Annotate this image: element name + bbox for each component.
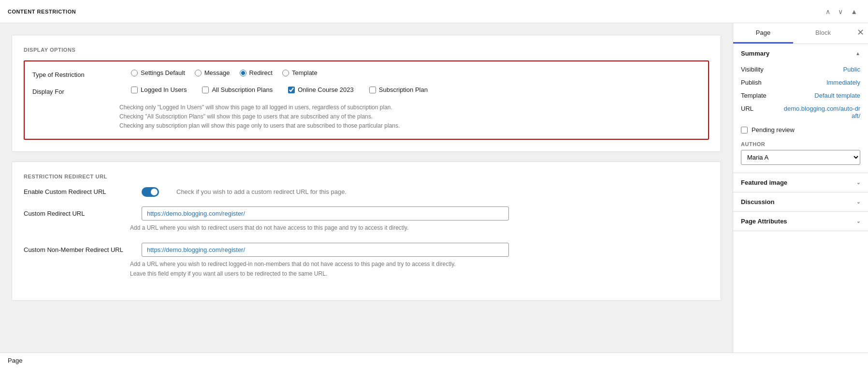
featured-image-label: Featured image <box>741 179 787 186</box>
publish-row: Publish Immediately <box>741 76 860 89</box>
enable-custom-toggle[interactable] <box>142 187 159 197</box>
hint-line-1: Checking only "Logged In Users" will sho… <box>119 103 700 112</box>
discussion-label: Discussion <box>741 198 774 206</box>
radio-redirect-label: Redirect <box>249 69 273 76</box>
layout: DISPLAY OPTIONS Type of Restriction Sett… <box>0 23 868 353</box>
custom-redirect-input[interactable] <box>142 206 509 221</box>
page-attributes-label: Page Attributes <box>741 218 787 225</box>
display-options-label: DISPLAY OPTIONS <box>24 47 709 53</box>
display-for-row: Display For Logged In Users All Subscrip… <box>32 86 700 95</box>
radio-redirect[interactable]: Redirect <box>240 69 273 76</box>
radio-template-label: Template <box>292 69 318 76</box>
radio-message-input[interactable] <box>195 70 202 76</box>
main-content: DISPLAY OPTIONS Type of Restriction Sett… <box>0 23 733 353</box>
page-attributes-section: Page Attributes ⌄ <box>733 212 868 231</box>
move-down-button[interactable]: ∨ <box>835 6 846 17</box>
page-attributes-chevron-icon: ⌄ <box>856 219 860 224</box>
pending-review-row: Pending review <box>741 122 860 137</box>
radio-template-input[interactable] <box>282 70 289 76</box>
checkbox-online-course-label: Online Course 2023 <box>298 86 354 93</box>
summary-section-body: Visibility Public Publish Immediately Te… <box>733 63 868 173</box>
template-value[interactable]: Default template <box>814 92 860 99</box>
custom-redirect-label: Custom Redirect URL <box>24 210 130 217</box>
radio-redirect-input[interactable] <box>240 70 246 76</box>
checkbox-all-plans-input[interactable] <box>202 87 209 93</box>
url-value[interactable]: demo.blogging.com/auto-draft/ <box>783 105 860 119</box>
discussion-section: Discussion ⌄ <box>733 192 868 212</box>
bottom-bar-label: Page <box>8 357 22 364</box>
type-of-restriction-label: Type of Restriction <box>32 69 119 78</box>
redirect-card: RESTRICTION REDIRECT URL Enable Custom R… <box>12 162 721 301</box>
custom-redirect-hint: Add a URL where you wish to redirect use… <box>130 224 709 231</box>
top-bar: CONTENT RESTRICTION ∧ ∨ ▲ <box>0 0 868 23</box>
display-for-label: Display For <box>32 86 119 95</box>
radio-settings-default[interactable]: Settings Default <box>131 69 185 76</box>
move-up-button[interactable]: ∧ <box>823 6 833 17</box>
redirect-section-label: RESTRICTION REDIRECT URL <box>24 174 709 179</box>
custom-nonmember-block: Custom Non-Member Redirect URL Add a URL… <box>24 243 709 277</box>
author-select[interactable]: Maria A <box>741 150 860 165</box>
enable-custom-hint: Check if you wish to add a custom redire… <box>176 188 347 195</box>
summary-label: Summary <box>741 50 769 57</box>
custom-nonmember-row: Custom Non-Member Redirect URL <box>24 243 709 257</box>
custom-nonmember-hint-1: Add a URL where you wish to redirect log… <box>130 261 709 267</box>
featured-image-header[interactable]: Featured image ⌄ <box>733 173 868 192</box>
hint-line-3: Checking any subscription plan will show… <box>119 121 700 131</box>
summary-chevron-icon: ▲ <box>855 51 860 56</box>
visibility-row: Visibility Public <box>741 63 860 76</box>
checkbox-online-course[interactable]: Online Course 2023 <box>288 86 354 93</box>
top-bar-controls: ∧ ∨ ▲ <box>823 6 860 17</box>
radio-message-label: Message <box>204 69 230 76</box>
publish-value[interactable]: Immediately <box>826 79 860 86</box>
type-of-restriction-row: Type of Restriction Settings Default Mes… <box>32 69 700 78</box>
featured-image-chevron-icon: ⌄ <box>856 180 860 185</box>
sidebar-tabs: Page Block ✕ <box>733 23 868 44</box>
sidebar: Page Block ✕ Summary ▲ Visibility Public… <box>733 23 868 353</box>
restriction-box: Type of Restriction Settings Default Mes… <box>24 60 709 140</box>
pending-review-checkbox[interactable] <box>741 127 748 133</box>
summary-section: Summary ▲ Visibility Public Publish Imme… <box>733 44 868 173</box>
radio-template[interactable]: Template <box>282 69 318 76</box>
checkbox-online-course-input[interactable] <box>288 87 295 93</box>
restriction-type-radio-group: Settings Default Message Redirect T <box>131 69 318 76</box>
pending-review-label: Pending review <box>752 126 795 133</box>
bottom-bar: Page <box>0 353 868 368</box>
custom-nonmember-input-wrap <box>142 243 509 257</box>
checkbox-subscription-plan-label: Subscription Plan <box>379 86 428 93</box>
enable-custom-row: Enable Custom Redirect URL Check if you … <box>24 187 709 197</box>
checkbox-logged-in-input[interactable] <box>131 87 138 93</box>
hint-text: Checking only "Logged In Users" will sho… <box>119 103 700 131</box>
radio-message[interactable]: Message <box>195 69 230 76</box>
top-bar-title: CONTENT RESTRICTION <box>8 9 823 15</box>
checkbox-subscription-plan-input[interactable] <box>369 87 376 93</box>
page-attributes-header[interactable]: Page Attributes ⌄ <box>733 212 868 231</box>
checkbox-subscription-plan[interactable]: Subscription Plan <box>369 86 428 93</box>
visibility-label: Visibility <box>741 66 764 73</box>
discussion-header[interactable]: Discussion ⌄ <box>733 192 868 211</box>
checkbox-all-plans[interactable]: All Subscription Plans <box>202 86 273 93</box>
visibility-value[interactable]: Public <box>843 66 860 73</box>
radio-settings-default-label: Settings Default <box>141 69 185 76</box>
url-label: URL <box>741 105 753 112</box>
hint-line-2: Checking "All Subscription Plans" will s… <box>119 112 700 121</box>
radio-settings-default-input[interactable] <box>131 70 138 76</box>
discussion-chevron-icon: ⌄ <box>856 199 860 205</box>
drag-handle-button[interactable]: ▲ <box>848 6 860 17</box>
tab-block[interactable]: Block <box>793 23 853 44</box>
custom-nonmember-input[interactable] <box>142 243 509 257</box>
enable-custom-label: Enable Custom Redirect URL <box>24 188 130 195</box>
template-row: Template Default template <box>741 89 860 102</box>
tab-page[interactable]: Page <box>733 23 793 44</box>
display-options-card: DISPLAY OPTIONS Type of Restriction Sett… <box>12 35 721 152</box>
custom-redirect-row: Custom Redirect URL <box>24 206 709 221</box>
publish-label: Publish <box>741 79 762 86</box>
custom-nonmember-hint-2: Leave this field empty if you want all u… <box>130 270 709 277</box>
toggle-slider <box>142 187 159 197</box>
checkbox-all-plans-label: All Subscription Plans <box>212 86 273 93</box>
checkbox-logged-in[interactable]: Logged In Users <box>131 86 187 93</box>
close-button[interactable]: ✕ <box>853 23 868 42</box>
author-label: AUTHOR <box>741 137 860 150</box>
summary-section-header[interactable]: Summary ▲ <box>733 44 868 63</box>
url-row: URL demo.blogging.com/auto-draft/ <box>741 102 860 122</box>
custom-nonmember-label: Custom Non-Member Redirect URL <box>24 246 130 253</box>
